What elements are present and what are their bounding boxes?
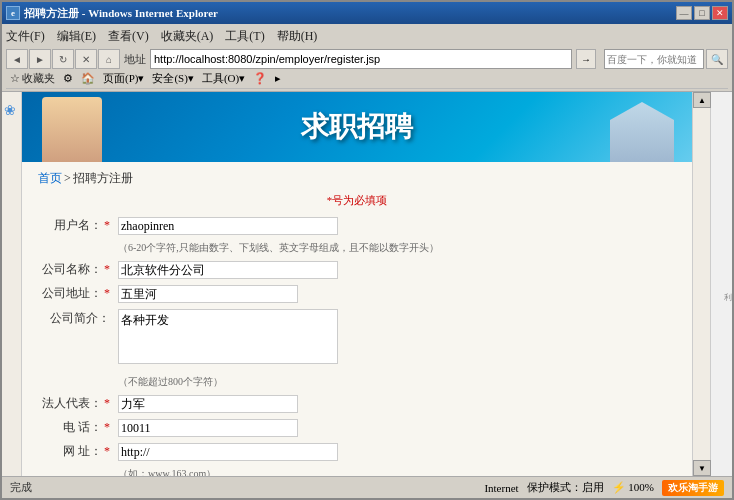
stop-button[interactable]: ✕ — [75, 49, 97, 69]
company-name-input[interactable] — [118, 261, 338, 279]
search-input[interactable] — [604, 49, 704, 69]
legal-person-cell — [114, 392, 676, 416]
nav-buttons: ◄ ► ↻ ✕ ⌂ — [6, 49, 120, 69]
favorites-help[interactable]: ❓ — [253, 72, 267, 85]
username-hint: （6-20个字符,只能由数字、下划线、英文字母组成，且不能以数字开头） — [118, 241, 672, 255]
game-ad-badge: 欢乐淘手游 — [662, 480, 724, 496]
phone-input[interactable] — [118, 419, 298, 437]
phone-row: 电 话：* — [38, 416, 676, 440]
browser-window: e 招聘方注册 - Windows Internet Explorer — □ … — [0, 0, 734, 500]
company-intro-cell: 各种开发 — [114, 306, 676, 371]
status-bar: 完成 Internet 保护模式：启用 ⚡ 100% 欢乐淘手游 — [2, 476, 732, 498]
status-protected: 保护模式：启用 — [527, 480, 604, 495]
menu-edit[interactable]: 编辑(E) — [57, 28, 96, 45]
legal-person-label: 法人代表：* — [38, 392, 114, 416]
favorites-more[interactable]: ▸ — [275, 72, 281, 85]
website-hint-row: （如：www.163.com） — [38, 464, 676, 476]
username-cell — [114, 214, 676, 238]
favorites-home[interactable]: 🏠 — [81, 72, 95, 85]
phone-cell — [114, 416, 676, 440]
scroll-down-button[interactable]: ▼ — [693, 460, 711, 476]
browser-toolbar: 文件(F) 编辑(E) 查看(V) 收藏夹(A) 工具(T) 帮助(H) ◄ ►… — [2, 24, 732, 92]
banner: 求职招聘 — [22, 92, 692, 162]
company-name-row: 公司名称：* — [38, 258, 676, 282]
company-address-row: 公司地址：* — [38, 282, 676, 306]
favorites-add[interactable]: ⚙ — [63, 72, 73, 85]
menu-view[interactable]: 查看(V) — [108, 28, 149, 45]
breadcrumb-current: 招聘方注册 — [73, 170, 133, 187]
company-address-label: 公司地址：* — [38, 282, 114, 306]
title-bar-text: e 招聘方注册 - Windows Internet Explorer — [6, 6, 218, 21]
company-address-input[interactable] — [118, 285, 298, 303]
menu-tools[interactable]: 工具(T) — [225, 28, 264, 45]
forward-button[interactable]: ► — [29, 49, 51, 69]
title-bar: e 招聘方注册 - Windows Internet Explorer — □ … — [2, 2, 732, 24]
website-hint: （如：www.163.com） — [118, 467, 672, 476]
website-row: 网 址：* — [38, 440, 676, 464]
phone-label: 电 话：* — [38, 416, 114, 440]
favorites-page[interactable]: 页面(P)▾ — [103, 71, 144, 86]
legal-person-row: 法人代表：* — [38, 392, 676, 416]
menu-file[interactable]: 文件(F) — [6, 28, 45, 45]
favorites-button[interactable]: ☆ 收藏夹 — [10, 71, 55, 86]
scrollbar[interactable]: ▲ ▼ — [692, 92, 710, 476]
form-table: 用户名：* （6-20个字符,只能由数字、下划线、英文字母组成，且不能以数字开头… — [38, 214, 676, 476]
browser-icon: e — [6, 6, 20, 20]
favorites-tools[interactable]: 工具(O)▾ — [202, 71, 245, 86]
scroll-up-button[interactable]: ▲ — [693, 92, 711, 108]
website-input[interactable] — [118, 443, 338, 461]
company-intro-row: 公司简介： 各种开发 — [38, 306, 676, 371]
website-label: 网 址：* — [38, 440, 114, 464]
company-address-cell — [114, 282, 676, 306]
favorites-bar: ☆ 收藏夹 ⚙ 🏠 页面(P)▾ 安全(S)▾ 工具(O)▾ ❓ ▸ — [6, 69, 728, 89]
intro-hint-row: （不能超过800个字符） — [38, 371, 676, 392]
minimize-button[interactable]: — — [676, 6, 692, 20]
home-button[interactable]: ⌂ — [98, 49, 120, 69]
banner-person-image — [42, 97, 102, 162]
breadcrumb-separator: > — [64, 171, 71, 186]
username-label: 用户名：* — [38, 214, 114, 238]
search-area: 🔍 — [604, 49, 728, 69]
sidebar-left: ❀ — [2, 92, 22, 476]
breadcrumb-home[interactable]: 首页 — [38, 170, 62, 187]
company-intro-label: 公司简介： — [38, 306, 114, 371]
sidebar-icon: ❀ — [4, 102, 20, 118]
refresh-button[interactable]: ↻ — [52, 49, 74, 69]
menu-help[interactable]: 帮助(H) — [277, 28, 318, 45]
favorites-security[interactable]: 安全(S)▾ — [152, 71, 193, 86]
legal-person-input[interactable] — [118, 395, 298, 413]
address-bar-row: ◄ ► ↻ ✕ ⌂ 地址 → 🔍 — [6, 49, 728, 69]
address-label: 地址 — [124, 52, 146, 67]
company-name-label: 公司名称：* — [38, 258, 114, 282]
back-button[interactable]: ◄ — [6, 49, 28, 69]
status-zoom: ⚡ 100% — [612, 481, 654, 494]
status-text: 完成 — [10, 480, 32, 495]
right-ad-panel: 利 — [710, 92, 732, 476]
maximize-button[interactable]: □ — [694, 6, 710, 20]
intro-hint: （不能超过800个字符） — [118, 376, 223, 387]
go-button[interactable]: → — [576, 49, 596, 69]
company-name-cell — [114, 258, 676, 282]
banner-building-image — [602, 102, 682, 162]
menu-bar: 文件(F) 编辑(E) 查看(V) 收藏夹(A) 工具(T) 帮助(H) — [6, 26, 728, 47]
status-internet: Internet — [484, 482, 518, 494]
window-title: 招聘方注册 - Windows Internet Explorer — [24, 6, 218, 21]
content-area: ❀ 求职招聘 首页 > 招聘方注册 *号为必填项 — [2, 92, 732, 476]
company-intro-textarea[interactable]: 各种开发 — [118, 309, 338, 364]
search-button[interactable]: 🔍 — [706, 49, 728, 69]
breadcrumb: 首页 > 招聘方注册 — [38, 170, 676, 187]
status-right: Internet 保护模式：启用 ⚡ 100% 欢乐淘手游 — [484, 480, 724, 496]
form-area: 首页 > 招聘方注册 *号为必填项 用户名：* — [22, 162, 692, 476]
required-note: *号为必填项 — [38, 193, 676, 208]
username-row: 用户名：* — [38, 214, 676, 238]
username-input[interactable] — [118, 217, 338, 235]
website-cell — [114, 440, 676, 464]
address-input[interactable] — [150, 49, 572, 69]
banner-title: 求职招聘 — [301, 108, 413, 146]
menu-favorites[interactable]: 收藏夹(A) — [161, 28, 214, 45]
title-buttons: — □ ✕ — [676, 6, 728, 20]
main-content: 求职招聘 首页 > 招聘方注册 *号为必填项 用户名：* — [22, 92, 692, 476]
username-hint-row: （6-20个字符,只能由数字、下划线、英文字母组成，且不能以数字开头） — [38, 238, 676, 258]
close-button[interactable]: ✕ — [712, 6, 728, 20]
